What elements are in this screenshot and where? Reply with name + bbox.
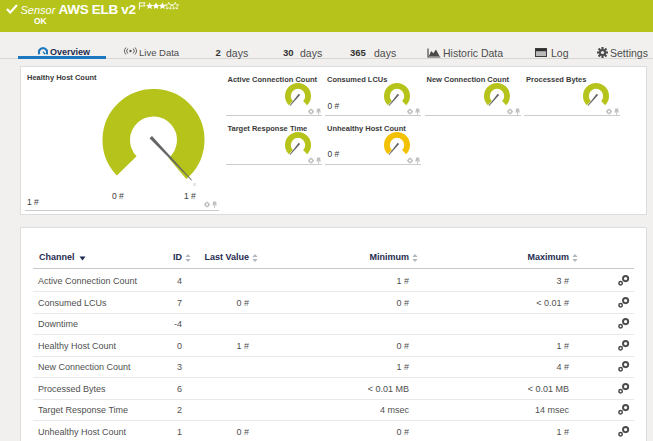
svg-text:x: x — [193, 181, 196, 187]
